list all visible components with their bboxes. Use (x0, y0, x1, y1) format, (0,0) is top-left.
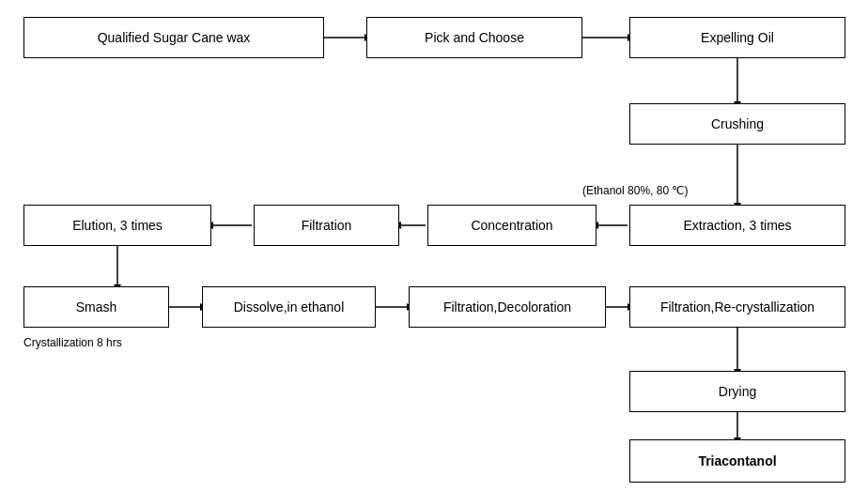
filtration_dec-box: Filtration,Decoloration (409, 286, 606, 328)
crushing-label: Crushing (711, 116, 764, 131)
filtration1-label: Filtration (302, 218, 352, 233)
elution-label: Elution, 3 times (72, 218, 163, 233)
filtration_dec-label: Filtration,Decoloration (443, 299, 571, 315)
drying-label: Drying (719, 384, 756, 399)
extraction-box: Extraction, 3 times (629, 205, 845, 246)
smash-label: Smash (76, 299, 117, 315)
crushing-box: Crushing (629, 103, 845, 145)
filtration_recrys-label: Filtration,Re-crystallization (660, 299, 814, 315)
dissolve-label: Dissolve,in ethanol (234, 299, 345, 315)
filtration1-box: Filtration (254, 205, 399, 246)
dissolve-box: Dissolve,in ethanol (202, 286, 376, 328)
qualified-label: Qualified Sugar Cane wax (98, 30, 251, 45)
smash-box: Smash (23, 286, 169, 328)
ethanol_note: (Ethanol 80%, 80 ℃) (582, 184, 688, 197)
expelling-label: Expelling Oil (701, 30, 774, 45)
crystallization_note: Crystallization 8 hrs (23, 336, 122, 349)
expelling-box: Expelling Oil (629, 17, 845, 58)
qualified-box: Qualified Sugar Cane wax (23, 17, 324, 58)
elution-box: Elution, 3 times (23, 205, 211, 246)
triacontanol-label: Triacontanol (698, 453, 776, 468)
concentration-label: Concentration (471, 218, 552, 233)
pick-box: Pick and Choose (366, 17, 582, 58)
triacontanol-box: Triacontanol (629, 439, 845, 483)
extraction-label: Extraction, 3 times (683, 218, 791, 233)
process-diagram: Qualified Sugar Cane waxPick and ChooseE… (0, 0, 868, 491)
concentration-box: Concentration (427, 205, 597, 246)
pick-label: Pick and Choose (425, 30, 524, 45)
drying-box: Drying (629, 371, 845, 412)
filtration_recrys-box: Filtration,Re-crystallization (629, 286, 845, 328)
